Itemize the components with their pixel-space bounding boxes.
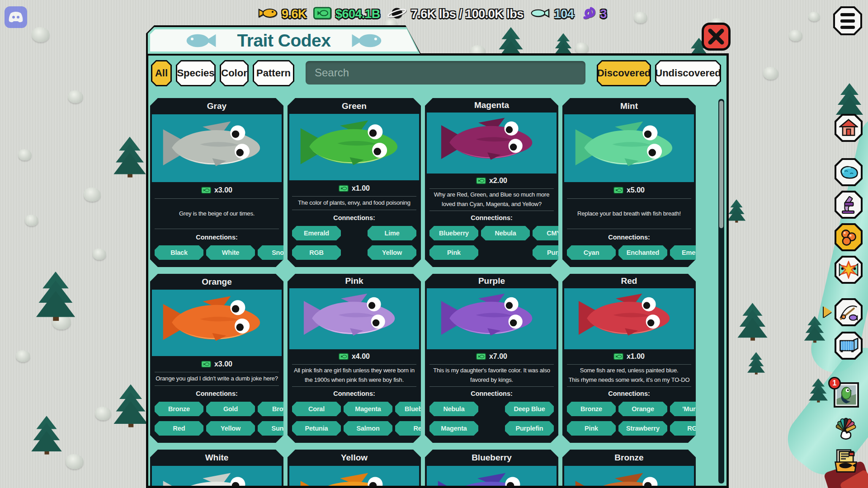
connection-bronze[interactable]: Bronze (567, 402, 616, 416)
menu-button[interactable] (833, 6, 862, 35)
discord-icon[interactable] (5, 6, 27, 28)
connections-label: Connections: (425, 211, 558, 222)
connection-pink[interactable]: Pink (567, 421, 616, 436)
connection-nebula[interactable]: Nebula (481, 226, 530, 240)
connection-yellow[interactable]: Yellow (368, 245, 416, 260)
sidebar-microscope-icon[interactable] (835, 191, 863, 219)
fish-preview (289, 114, 419, 180)
trait-name: Yellow (288, 450, 421, 466)
trait-card-green[interactable]: Green x1.00 The color of plants, envy, a… (288, 98, 421, 267)
fish-icon (185, 32, 218, 50)
trait-card-white[interactable]: White (150, 450, 283, 488)
connection-magenta[interactable]: Magenta (429, 421, 478, 436)
trait-card-yellow[interactable]: Yellow (288, 450, 421, 488)
trait-card-purple[interactable]: Purple x7.00 This is my daughter's favor… (425, 274, 558, 443)
planet-icon (387, 5, 407, 23)
home-icon (836, 116, 861, 140)
sidebar-photo-log-icon[interactable]: 1 (834, 382, 859, 409)
connection-purplefin[interactable]: Purplefin (505, 421, 554, 436)
scrollbar[interactable] (718, 99, 724, 483)
connection-lime[interactable]: Lime (368, 226, 416, 240)
connection-gold[interactable]: Gold (206, 402, 255, 416)
toggle-discovered[interactable]: Discovered (597, 60, 651, 86)
connection-cyan[interactable]: Cyan (567, 245, 616, 260)
pebble (789, 30, 802, 41)
filter-color[interactable]: Color (220, 60, 249, 86)
connection-emerald[interactable]: Emerald (292, 226, 341, 240)
connection-spacer (481, 245, 530, 260)
connection-spacer (344, 245, 365, 260)
sidebar-file-box-icon[interactable] (834, 448, 858, 475)
connection-coral[interactable]: Coral (292, 402, 341, 416)
connection--murica-[interactable]: 'Murica! (670, 402, 719, 416)
trait-card-blueberry[interactable]: Blueberry (425, 450, 558, 488)
connection-black[interactable]: Black (155, 245, 203, 260)
sidebar-aquarium-icon[interactable] (835, 332, 863, 360)
sidebar-molecules-icon[interactable] (835, 223, 863, 251)
value-multiplier: x1.00 (562, 349, 696, 364)
page-title: Trait Codex (237, 31, 331, 51)
trait-card-gray[interactable]: Gray x3.00 Grey is the beige of our time… (150, 98, 283, 267)
trait-card-bronze[interactable]: Bronze (562, 450, 696, 488)
pine-tree (113, 136, 146, 178)
trait-name: Red (562, 274, 696, 288)
value-multiplier: x5.00 (562, 182, 696, 198)
connection-blueberry[interactable]: Blueberry (429, 226, 478, 240)
connections-label: Connections: (288, 387, 421, 398)
connection-spacer (344, 226, 365, 240)
trait-description: Replace your bad breath with fish breath… (562, 199, 696, 229)
trait-card-red[interactable]: Red x1.00 Some fish are red, unless pain… (562, 274, 696, 443)
fish-illustration (160, 294, 274, 352)
multiplier-value: x7.00 (489, 352, 507, 361)
cash-card-icon (201, 187, 211, 194)
connection-rgb[interactable]: RGB (292, 245, 341, 260)
filter-all[interactable]: All (151, 60, 172, 86)
pine-tree (804, 315, 826, 343)
connection-nebula[interactable]: Nebula (429, 402, 478, 416)
connection-red[interactable]: Red (155, 421, 203, 436)
connection-rgb[interactable]: RGB (670, 421, 719, 436)
pebble (808, 12, 820, 21)
sidebar-fishing-rod-icon[interactable] (835, 298, 863, 326)
hud-value: $604.1B (335, 7, 380, 21)
pebble (763, 67, 778, 80)
hamburger-icon (835, 8, 860, 33)
connection-white[interactable]: White (206, 245, 255, 260)
search-input[interactable] (306, 61, 585, 84)
connection-deep-blue[interactable]: Deep Blue (505, 402, 554, 416)
trait-card-orange[interactable]: Orange x3.00 Orange you glad I didn't wr… (150, 274, 283, 443)
multiplier-value: x1.00 (352, 184, 370, 192)
sidebar-versus-icon[interactable] (835, 256, 863, 284)
trait-card-pink[interactable]: Pink x4.00 All pink fish are girl fish u… (288, 274, 421, 443)
sidebar-home-icon[interactable] (835, 114, 863, 142)
filter-species[interactable]: Species (176, 60, 216, 86)
fish-illustration (297, 470, 411, 488)
toggle-undiscovered[interactable]: Undiscovered (655, 60, 721, 86)
sidebar-swatch-fan-icon[interactable] (834, 417, 857, 443)
trait-card-magenta[interactable]: Magenta x2.00 Why are Red, Green, and Bl… (425, 98, 558, 267)
scrollbar-thumb[interactable] (719, 101, 723, 228)
fish-illustration (297, 292, 411, 346)
connection-magenta[interactable]: Magenta (344, 402, 392, 416)
trait-card-mint[interactable]: Mint x5.00 Replace your bad breath with … (562, 98, 696, 267)
connection-emerald[interactable]: Emerald (670, 245, 719, 260)
connection-petunia[interactable]: Petunia (292, 421, 341, 436)
connection-strawberry[interactable]: Strawberry (618, 421, 667, 436)
connection-pink[interactable]: Pink (429, 245, 478, 260)
sidebar-pond-icon[interactable] (835, 158, 863, 186)
fish-preview (289, 466, 419, 488)
connection-bronze[interactable]: Bronze (155, 402, 203, 416)
trait-description: This is my daughter's favorite color. It… (425, 364, 558, 386)
value-multiplier: x4.00 (288, 349, 421, 364)
microscope-icon (836, 192, 861, 217)
aquarium-icon (836, 333, 861, 358)
connection-salmon[interactable]: Salmon (344, 421, 392, 436)
connection-enchanted[interactable]: Enchanted (618, 245, 667, 260)
close-button[interactable] (702, 23, 731, 51)
filter-pattern[interactable]: Pattern (253, 60, 294, 86)
connection-yellow[interactable]: Yellow (206, 421, 255, 436)
connection-orange[interactable]: Orange (618, 402, 667, 416)
hud-cash-card: $604.1B (313, 6, 380, 22)
selection-arrow-icon (824, 306, 832, 317)
connection-spacer (481, 402, 502, 416)
